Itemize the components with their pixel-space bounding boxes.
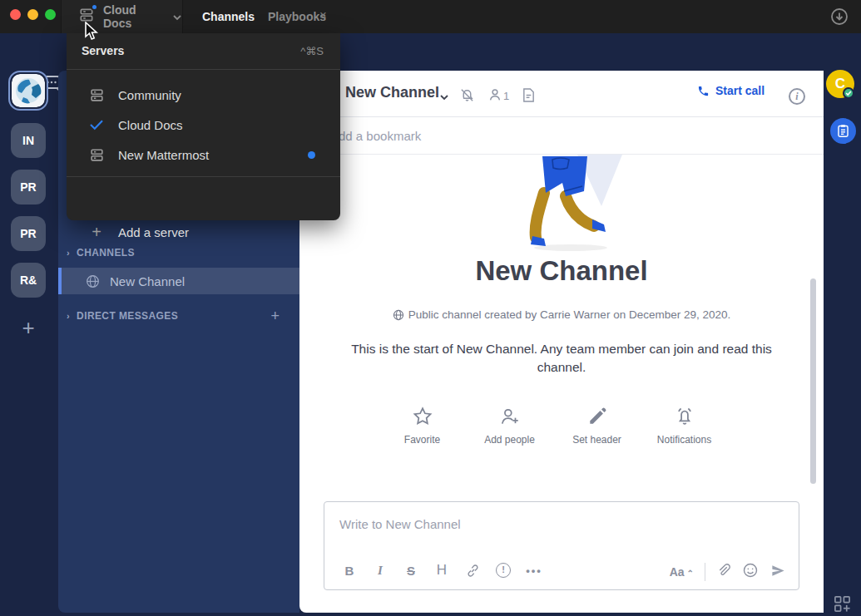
close-tab-icon[interactable]: ×	[319, 7, 327, 22]
favorite-button[interactable]: Favorite	[379, 406, 466, 446]
add-direct-message-button[interactable]: +	[270, 308, 280, 325]
unread-dot	[91, 3, 98, 11]
attach-file-button[interactable]	[716, 562, 731, 582]
titlebar: Cloud Docs Channels Playbooks ×	[0, 0, 861, 33]
add-server-label: Add a server	[118, 225, 189, 239]
channel-header: New Channel 1	[299, 71, 824, 117]
zoom-window-button[interactable]	[45, 9, 56, 20]
toolbar-divider	[705, 563, 705, 581]
server-dropdown-button[interactable]: Cloud Docs	[61, 0, 183, 33]
action-label: Favorite	[404, 434, 440, 446]
server-stack-icon	[87, 87, 106, 103]
downloads-icon[interactable]	[829, 6, 850, 31]
formatting-toggle-button[interactable]: Aa⌃	[670, 565, 694, 579]
app-window: Cloud Docs Channels Playbooks ×	[0, 0, 861, 616]
menu-item-new-mattermost[interactable]: New Mattermost	[67, 140, 340, 170]
bookmark-bar[interactable]: Add a bookmark	[299, 117, 824, 155]
heading-button[interactable]: H	[430, 559, 453, 582]
dm-section-header[interactable]: › DIRECT MESSAGES	[67, 310, 178, 322]
bell-icon	[674, 406, 695, 427]
clipboard-icon	[836, 124, 850, 138]
team-item-active[interactable]	[8, 71, 48, 111]
team-item[interactable]: R&	[11, 263, 46, 298]
muted-bell-icon[interactable]	[459, 87, 475, 106]
menu-divider	[67, 69, 340, 70]
pencil-icon	[586, 406, 608, 427]
members-icon[interactable]	[487, 87, 502, 106]
tab-channels[interactable]: Channels	[202, 0, 255, 33]
menu-divider	[67, 176, 340, 177]
dm-header-label: DIRECT MESSAGES	[77, 310, 178, 322]
menu-item-cloud-docs[interactable]: Cloud Docs	[67, 110, 340, 140]
globe-icon	[86, 274, 100, 288]
add-team-button[interactable]: +	[11, 310, 46, 345]
action-label: Add people	[484, 434, 535, 446]
action-label: Set header	[572, 434, 621, 446]
mouse-cursor	[84, 22, 99, 42]
start-call-label: Start call	[715, 84, 765, 97]
send-icon	[769, 563, 787, 579]
intro-byline-text: Public channel created by Carrie Warner …	[408, 308, 730, 321]
composer-placeholder[interactable]: Write to New Channel	[339, 517, 461, 531]
menu-item-label: Cloud Docs	[118, 118, 183, 132]
playbooks-rail-button[interactable]	[830, 118, 856, 144]
server-stack-icon	[87, 147, 106, 163]
message-composer[interactable]: Write to New Channel B I S H	[324, 501, 799, 590]
server-dropdown-menu: Servers ^⌘S Community Cloud Docs	[67, 33, 340, 220]
team-item[interactable]: PR	[11, 216, 46, 251]
smiley-icon	[742, 562, 759, 579]
menu-item-label: Community	[118, 88, 181, 102]
person-plus-icon	[499, 406, 521, 427]
tab-playbooks[interactable]: Playbooks	[268, 0, 326, 33]
plus-icon: +	[87, 223, 106, 242]
link-icon	[465, 563, 481, 579]
start-call-button[interactable]: Start call	[697, 84, 765, 97]
check-icon	[87, 119, 106, 131]
app-marketplace-icon[interactable]	[834, 595, 851, 616]
strikethrough-button[interactable]: S	[399, 559, 423, 582]
emoji-button[interactable]	[742, 562, 759, 582]
team-item[interactable]: IN	[11, 123, 46, 158]
servers-shortcut: ^⌘S	[300, 45, 324, 57]
add-bookmark-label[interactable]: Add a bookmark	[330, 129, 421, 143]
add-server-button[interactable]: + Add a server	[67, 214, 340, 250]
message-priority-button[interactable]: !	[492, 559, 515, 582]
team-item[interactable]: PR	[11, 170, 46, 205]
minimize-window-button[interactable]	[27, 9, 38, 20]
more-formatting-button[interactable]: •••	[522, 559, 546, 582]
intro-channel-title: New Channel	[299, 255, 824, 287]
channel-item-label: New Channel	[110, 274, 185, 288]
channel-files-icon[interactable]	[522, 87, 536, 106]
team-globe-avatar	[12, 74, 45, 107]
member-count: 1	[503, 90, 509, 102]
main-panel: New Channel 1	[299, 71, 824, 613]
italic-button[interactable]: I	[369, 559, 392, 582]
action-label: Notifications	[657, 434, 711, 446]
chevron-down-icon[interactable]	[439, 89, 449, 104]
notifications-button[interactable]: Notifications	[641, 406, 728, 446]
link-button[interactable]	[461, 559, 484, 582]
online-status-icon	[843, 87, 854, 99]
paperclip-icon	[716, 562, 731, 579]
menu-item-community[interactable]: Community	[67, 80, 340, 110]
composer-toolbar: B I S H ! •••	[324, 551, 799, 589]
set-header-button[interactable]: Set header	[553, 406, 641, 446]
channel-info-icon[interactable]: i	[789, 88, 805, 105]
star-icon	[412, 406, 433, 427]
server-tab-label: Cloud Docs	[103, 3, 167, 30]
caret-up-icon: ⌃	[687, 569, 694, 578]
sidebar-item-new-channel[interactable]: New Channel	[58, 268, 299, 294]
add-people-button[interactable]: Add people	[466, 406, 553, 446]
close-window-button[interactable]	[10, 9, 21, 20]
channel-name[interactable]: New Channel	[345, 84, 439, 101]
send-button[interactable]	[769, 563, 787, 582]
channel-intro-illustration	[522, 155, 622, 253]
globe-icon	[393, 309, 404, 321]
scrollbar-thumb[interactable]	[810, 278, 816, 484]
intro-body: This is the start of New Channel. Any te…	[337, 340, 786, 377]
phone-icon	[697, 85, 710, 97]
priority-icon: !	[496, 563, 511, 578]
servers-menu-title: Servers	[82, 44, 124, 57]
bold-button[interactable]: B	[338, 559, 361, 582]
channel-actions-row: Favorite Add people Set header	[379, 406, 728, 446]
